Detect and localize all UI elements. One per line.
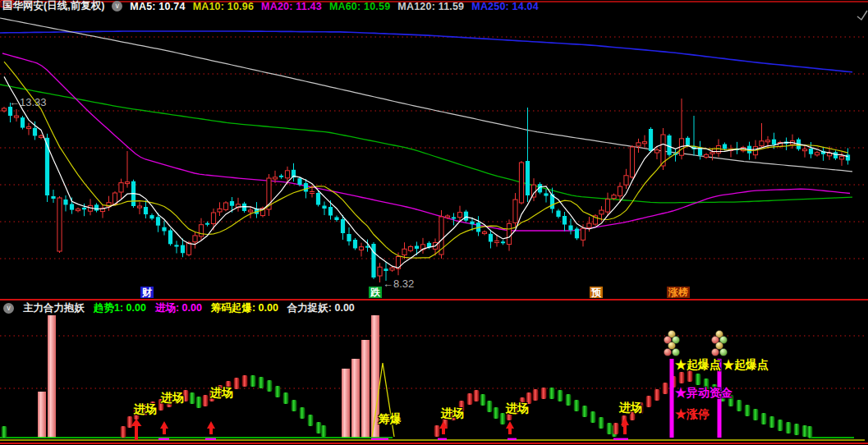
indicator-legend-item: 合力捉妖: 0.00: [287, 302, 355, 314]
entry-zero-dash: [507, 438, 517, 440]
ma250-line: [0, 31, 852, 72]
fund-bar: [48, 315, 56, 438]
ignition-point-label: ★起爆点: [675, 358, 721, 373]
entry-zero-dash: [438, 438, 447, 440]
unusual-funds-label: ★异动资金: [675, 386, 733, 401]
ignition-point-label: ★起爆点: [723, 358, 769, 373]
entry-arrow-icon: [508, 428, 512, 434]
ma-legend-item: MA5: 10.74: [130, 1, 185, 12]
chart-badge[interactable]: 财: [140, 287, 154, 298]
ma5-line: [4, 76, 848, 268]
high-price-label: ←13.33: [9, 96, 47, 108]
fund-bar: [361, 340, 370, 438]
chart-badge[interactable]: 跌: [369, 287, 382, 298]
ignition-event-line: [670, 359, 674, 438]
ma-legend-item: MA10: 10.96: [193, 1, 254, 12]
indicator-title[interactable]: 主力合力抱妖: [23, 301, 85, 315]
fund-bar: [38, 392, 46, 438]
fund-bar: [351, 359, 360, 438]
ma10-line: [4, 62, 848, 258]
entry-arrow-icon: [160, 421, 168, 429]
ma20-line: [2, 53, 850, 231]
entry-signal-label: 进场: [506, 401, 529, 416]
entry-arrow-icon: [209, 428, 213, 434]
sub-chart-header: ∨ 主力合力抱妖 趋势1: 0.00进场: 0.00筹码起爆: 0.00合力捉妖…: [3, 302, 364, 314]
ma-legend-item: MA60: 10.59: [329, 1, 390, 12]
ma-legend-item: MA250: 14.04: [471, 1, 539, 12]
chart-badge[interactable]: 预: [590, 287, 603, 298]
collapse-chevron-icon[interactable]: ∨: [112, 1, 122, 11]
entry-arrow-icon: [163, 428, 166, 434]
entry-arrow-icon: [135, 425, 138, 440]
signal-ball-cluster: [719, 348, 727, 356]
stock-title[interactable]: 国华网安(日线,前复权): [2, 0, 104, 13]
entry-signal-label: 进场: [134, 402, 157, 417]
indicator-values: 趋势1: 0.00进场: 0.00筹码起爆: 0.00合力捉妖: 0.00: [94, 301, 364, 315]
main-chart-header: 国华网安(日线,前复权) ∨ MA5: 10.74MA10: 10.96MA20…: [2, 1, 546, 11]
fund-bar: [342, 369, 350, 438]
low-price-label: ←8.32: [383, 278, 414, 290]
signal-ball-cluster: [672, 348, 679, 356]
entry-signal-label: 进场: [441, 406, 464, 421]
signal-ball-cluster: [715, 342, 723, 349]
trend-bead-snake: [2, 370, 813, 438]
entry-arrow-icon: [131, 419, 142, 426]
limit-up-label: ★涨停: [675, 407, 710, 422]
signal-ball-cluster: [668, 342, 675, 349]
ma-legend: MA5: 10.74MA10: 10.96MA20: 11.43MA60: 10…: [130, 1, 546, 12]
indicator-legend-item: 进场: 0.00: [155, 302, 202, 314]
candlestick-series: [2, 99, 850, 282]
entry-zero-dash: [613, 438, 628, 440]
entry-zero-dash: [205, 438, 216, 440]
chart-badge[interactable]: 涨榜: [667, 287, 690, 298]
entry-signal-label: 进场: [161, 391, 184, 406]
entry-arrow-icon: [623, 424, 627, 434]
ma-legend-item: MA120: 11.59: [397, 1, 464, 12]
price-and-indicator-chart[interactable]: [0, 0, 868, 445]
indicator-legend-item: 趋势1: 0.00: [94, 302, 146, 314]
entry-zero-dash: [158, 438, 169, 440]
entry-signal-label: 进场: [210, 386, 233, 401]
entry-arrow-icon: [207, 421, 215, 429]
entry-signal-label: 进场: [619, 401, 642, 415]
signal-ball-cluster: [711, 348, 719, 356]
entry-arrow-icon: [442, 428, 445, 434]
indicator-chevron-icon[interactable]: ∨: [3, 303, 14, 314]
indicator-legend-item: 筹码起爆: 0.00: [211, 302, 278, 314]
trading-app-window: 国华网安(日线,前复权) ∨ MA5: 10.74MA10: 10.96MA20…: [0, 0, 868, 445]
chip-burst-label: 筹爆: [379, 412, 402, 427]
entry-arrow-icon: [506, 421, 514, 429]
scroll-chevron-icon: [857, 11, 867, 20]
signal-ball-cluster: [664, 348, 671, 356]
ma-legend-item: MA20: 11.43: [261, 1, 322, 12]
entry-zero-dash: [371, 438, 388, 440]
